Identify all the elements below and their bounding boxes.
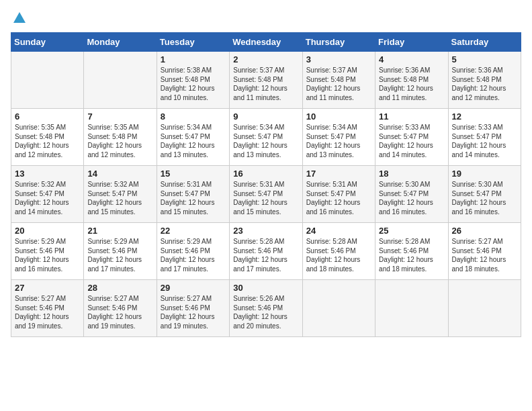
calendar-cell: 25Sunrise: 5:28 AM Sunset: 5:46 PM Dayli… — [375, 223, 448, 280]
calendar-cell — [302, 280, 375, 337]
page-header — [11, 11, 521, 27]
day-number: 22 — [161, 226, 226, 236]
day-number: 3 — [306, 54, 371, 64]
day-number: 1 — [161, 54, 226, 64]
day-info: Sunrise: 5:31 AM Sunset: 5:47 PM Dayligh… — [233, 180, 298, 216]
logo-icon — [12, 11, 27, 26]
day-number: 16 — [233, 169, 298, 179]
day-info: Sunrise: 5:28 AM Sunset: 5:46 PM Dayligh… — [306, 237, 371, 273]
calendar-week-5: 27Sunrise: 5:27 AM Sunset: 5:46 PM Dayli… — [11, 280, 521, 337]
calendar-week-1: 1Sunrise: 5:38 AM Sunset: 5:48 PM Daylig… — [11, 52, 521, 109]
day-number: 13 — [15, 169, 80, 179]
day-number: 11 — [379, 111, 444, 122]
calendar-cell: 11Sunrise: 5:33 AM Sunset: 5:47 PM Dayli… — [375, 109, 448, 166]
day-info: Sunrise: 5:27 AM Sunset: 5:46 PM Dayligh… — [161, 294, 226, 330]
calendar-cell: 12Sunrise: 5:33 AM Sunset: 5:47 PM Dayli… — [448, 109, 521, 166]
calendar-cell: 15Sunrise: 5:31 AM Sunset: 5:47 PM Dayli… — [157, 166, 229, 223]
day-number: 9 — [233, 111, 298, 122]
calendar-cell: 10Sunrise: 5:34 AM Sunset: 5:47 PM Dayli… — [302, 109, 375, 166]
day-info: Sunrise: 5:26 AM Sunset: 5:46 PM Dayligh… — [233, 294, 298, 330]
calendar-body: 1Sunrise: 5:38 AM Sunset: 5:48 PM Daylig… — [11, 52, 521, 337]
svg-marker-0 — [13, 12, 26, 23]
calendar-cell: 23Sunrise: 5:28 AM Sunset: 5:46 PM Dayli… — [230, 223, 302, 280]
calendar-cell — [84, 52, 157, 109]
calendar-cell: 2Sunrise: 5:37 AM Sunset: 5:48 PM Daylig… — [230, 52, 302, 109]
day-number: 17 — [306, 169, 371, 179]
day-number: 19 — [452, 169, 517, 179]
calendar-cell: 22Sunrise: 5:29 AM Sunset: 5:46 PM Dayli… — [157, 223, 229, 280]
calendar-cell: 5Sunrise: 5:36 AM Sunset: 5:48 PM Daylig… — [448, 52, 521, 109]
day-number: 21 — [87, 226, 152, 236]
day-number: 14 — [87, 169, 152, 179]
day-info: Sunrise: 5:35 AM Sunset: 5:48 PM Dayligh… — [87, 123, 152, 159]
day-info: Sunrise: 5:29 AM Sunset: 5:46 PM Dayligh… — [161, 237, 226, 273]
day-info: Sunrise: 5:30 AM Sunset: 5:47 PM Dayligh… — [452, 180, 517, 216]
day-number: 25 — [379, 226, 444, 236]
calendar-week-4: 20Sunrise: 5:29 AM Sunset: 5:46 PM Dayli… — [11, 223, 521, 280]
day-info: Sunrise: 5:27 AM Sunset: 5:46 PM Dayligh… — [87, 294, 152, 330]
day-info: Sunrise: 5:34 AM Sunset: 5:47 PM Dayligh… — [306, 123, 371, 159]
calendar-cell: 9Sunrise: 5:34 AM Sunset: 5:47 PM Daylig… — [230, 109, 302, 166]
day-info: Sunrise: 5:35 AM Sunset: 5:48 PM Dayligh… — [15, 123, 80, 159]
calendar-week-2: 6Sunrise: 5:35 AM Sunset: 5:48 PM Daylig… — [11, 109, 521, 166]
day-info: Sunrise: 5:29 AM Sunset: 5:46 PM Dayligh… — [87, 237, 152, 273]
calendar-header-monday: Monday — [84, 33, 157, 52]
day-info: Sunrise: 5:33 AM Sunset: 5:47 PM Dayligh… — [379, 123, 444, 159]
logo — [11, 11, 27, 27]
day-number: 5 — [452, 54, 517, 64]
day-info: Sunrise: 5:31 AM Sunset: 5:47 PM Dayligh… — [306, 180, 371, 216]
calendar-cell: 27Sunrise: 5:27 AM Sunset: 5:46 PM Dayli… — [11, 280, 84, 337]
calendar-cell — [448, 280, 521, 337]
day-info: Sunrise: 5:36 AM Sunset: 5:48 PM Dayligh… — [379, 66, 444, 102]
day-info: Sunrise: 5:34 AM Sunset: 5:47 PM Dayligh… — [161, 123, 226, 159]
day-info: Sunrise: 5:29 AM Sunset: 5:46 PM Dayligh… — [15, 237, 80, 273]
day-number: 10 — [306, 111, 371, 122]
day-number: 27 — [15, 283, 80, 293]
calendar-cell: 16Sunrise: 5:31 AM Sunset: 5:47 PM Dayli… — [230, 166, 302, 223]
day-number: 2 — [233, 54, 298, 64]
calendar-cell: 29Sunrise: 5:27 AM Sunset: 5:46 PM Dayli… — [157, 280, 229, 337]
day-number: 8 — [161, 111, 226, 122]
calendar-cell: 24Sunrise: 5:28 AM Sunset: 5:46 PM Dayli… — [302, 223, 375, 280]
calendar-cell: 8Sunrise: 5:34 AM Sunset: 5:47 PM Daylig… — [157, 109, 229, 166]
calendar-cell: 19Sunrise: 5:30 AM Sunset: 5:47 PM Dayli… — [448, 166, 521, 223]
day-number: 29 — [161, 283, 226, 293]
day-info: Sunrise: 5:37 AM Sunset: 5:48 PM Dayligh… — [306, 66, 371, 102]
calendar-cell: 26Sunrise: 5:27 AM Sunset: 5:46 PM Dayli… — [448, 223, 521, 280]
day-number: 12 — [452, 111, 517, 122]
day-info: Sunrise: 5:32 AM Sunset: 5:47 PM Dayligh… — [87, 180, 152, 216]
calendar-cell: 7Sunrise: 5:35 AM Sunset: 5:48 PM Daylig… — [84, 109, 157, 166]
calendar-cell: 18Sunrise: 5:30 AM Sunset: 5:47 PM Dayli… — [375, 166, 448, 223]
calendar-week-3: 13Sunrise: 5:32 AM Sunset: 5:47 PM Dayli… — [11, 166, 521, 223]
calendar-header-thursday: Thursday — [302, 33, 375, 52]
day-info: Sunrise: 5:27 AM Sunset: 5:46 PM Dayligh… — [15, 294, 80, 330]
day-info: Sunrise: 5:28 AM Sunset: 5:46 PM Dayligh… — [379, 237, 444, 273]
calendar-table: SundayMondayTuesdayWednesdayThursdayFrid… — [11, 32, 521, 337]
day-info: Sunrise: 5:30 AM Sunset: 5:47 PM Dayligh… — [379, 180, 444, 216]
day-info: Sunrise: 5:32 AM Sunset: 5:47 PM Dayligh… — [15, 180, 80, 216]
day-number: 30 — [233, 283, 298, 293]
day-number: 23 — [233, 226, 298, 236]
calendar-cell: 4Sunrise: 5:36 AM Sunset: 5:48 PM Daylig… — [375, 52, 448, 109]
day-info: Sunrise: 5:38 AM Sunset: 5:48 PM Dayligh… — [161, 66, 226, 102]
calendar-cell: 13Sunrise: 5:32 AM Sunset: 5:47 PM Dayli… — [11, 166, 84, 223]
calendar-cell: 17Sunrise: 5:31 AM Sunset: 5:47 PM Dayli… — [302, 166, 375, 223]
calendar-cell: 21Sunrise: 5:29 AM Sunset: 5:46 PM Dayli… — [84, 223, 157, 280]
day-info: Sunrise: 5:33 AM Sunset: 5:47 PM Dayligh… — [452, 123, 517, 159]
day-info: Sunrise: 5:34 AM Sunset: 5:47 PM Dayligh… — [233, 123, 298, 159]
calendar-cell — [11, 52, 84, 109]
calendar-header-row: SundayMondayTuesdayWednesdayThursdayFrid… — [11, 33, 521, 52]
calendar-cell: 1Sunrise: 5:38 AM Sunset: 5:48 PM Daylig… — [157, 52, 229, 109]
calendar-cell: 3Sunrise: 5:37 AM Sunset: 5:48 PM Daylig… — [302, 52, 375, 109]
day-number: 20 — [15, 226, 80, 236]
calendar-header-tuesday: Tuesday — [157, 33, 229, 52]
day-number: 18 — [379, 169, 444, 179]
day-number: 15 — [161, 169, 226, 179]
calendar-cell: 30Sunrise: 5:26 AM Sunset: 5:46 PM Dayli… — [230, 280, 302, 337]
calendar-cell: 20Sunrise: 5:29 AM Sunset: 5:46 PM Dayli… — [11, 223, 84, 280]
calendar-header-sunday: Sunday — [11, 33, 84, 52]
day-info: Sunrise: 5:31 AM Sunset: 5:47 PM Dayligh… — [161, 180, 226, 216]
calendar-header-wednesday: Wednesday — [230, 33, 302, 52]
calendar-cell — [375, 280, 448, 337]
day-info: Sunrise: 5:37 AM Sunset: 5:48 PM Dayligh… — [233, 66, 298, 102]
